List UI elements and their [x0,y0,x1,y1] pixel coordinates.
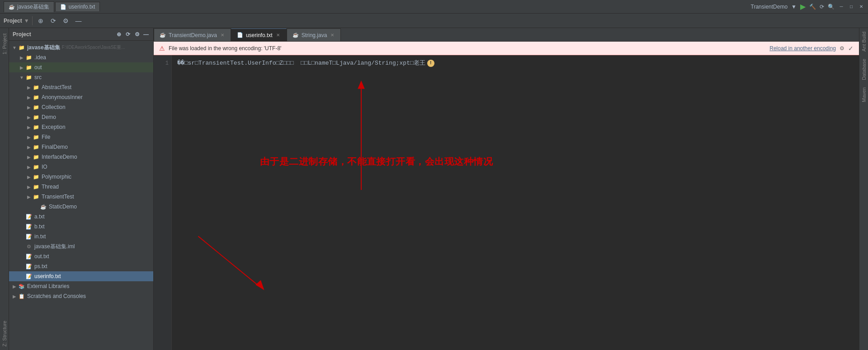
tree-root[interactable]: ▼ 📁 javase基础集 F:\IDEAworkSpace\JavaSE重..… [9,43,153,52]
maven-label[interactable]: Maven [861,85,867,104]
transientdemo-tab-close[interactable]: ✕ [220,32,225,38]
tree-item-userinfotxt[interactable]: ▶ 📝 userinfo.txt [9,271,153,281]
tree-item-scratches[interactable]: ▶ 📋 Scratches and Consoles [9,291,153,301]
tree-item-atxt[interactable]: ▶ 📝 a.txt [9,212,153,222]
demo-label: Demo [42,114,56,120]
polymorphic-arrow: ▶ [25,173,33,180]
tab-userinfo[interactable]: 📄 userinfo.txt ✕ [231,28,287,41]
tree-item-thread[interactable]: ▶ 📁 Thread [9,182,153,192]
right-sidebar: Ant Build Database Maven [859,28,868,350]
tree-item-file[interactable]: ▶ 📁 File [9,132,153,142]
line-numbers: 1 [154,55,172,350]
collection-arrow: ▶ [25,104,33,111]
userinfo-tab-close[interactable]: ✕ [275,32,281,38]
tree-item-src[interactable]: ▼ 📁 src [9,72,153,82]
warning-settings-btn[interactable]: ⚙ [840,45,844,52]
polymorphic-icon: 📁 [33,173,40,180]
project-panel: Project ⊕ ⟳ ⚙ — ▼ 📁 javase基础集 F:\IDEAwor… [9,28,154,350]
tree-item-pstxt[interactable]: ▶ 📝 ps.txt [9,261,153,271]
tree-item-external-libs[interactable]: ▶ 📚 External Libraries [9,281,153,291]
userinfo-tab-icon: 📄 [237,32,243,38]
userinfotxt-icon: 📝 [25,273,33,280]
reload-encoding-link[interactable]: Reload in another encoding [769,45,836,52]
panel-add-btn[interactable]: ⊕ [115,31,123,38]
svg-marker-3 [255,280,264,290]
scratches-icon: 📋 [18,293,25,300]
toolbar-separator-1 [32,16,33,25]
staticdemo-label: StaticDemo [49,203,77,210]
tree-item-iml[interactable]: ▶ ⚙ javase基础集.iml [9,241,153,251]
tree-item-outtxt[interactable]: ▶ 📝 out.txt [9,251,153,261]
out-arrow: ▶ [18,64,25,71]
add-btn[interactable]: ⊕ [35,15,46,26]
tree-item-finaldemo[interactable]: ▶ 📁 FinalDemo [9,142,153,152]
tree-item-abstracttest[interactable]: ▶ 📁 AbstractTest [9,82,153,92]
tree-item-intxt[interactable]: ▶ 📝 in.txt [9,232,153,241]
editor-tabs: ☕ TransientDemo.java ✕ 📄 userinfo.txt ✕ … [154,28,859,42]
tree-item-io[interactable]: ▶ 📁 IO [9,162,153,172]
tree-item-staticdemo[interactable]: ▶ ☕ StaticDemo [9,202,153,212]
idea-label: .idea [34,54,46,61]
root-arrow: ▼ [11,44,18,51]
project-panel-label[interactable]: 1: Project [0,30,9,58]
staticdemo-icon: ☕ [40,203,47,210]
scratches-label: Scratches and Consoles [27,293,86,299]
collection-icon: 📁 [33,104,40,111]
root-folder-icon: 📁 [18,44,25,51]
userinfo-tab-label: userinfo.txt [246,32,273,38]
collapse-btn[interactable]: — [73,15,84,26]
tree-item-btxt[interactable]: ▶ 📝 b.txt [9,222,153,232]
string-tab-icon: ☕ [292,32,299,38]
transientdemo-tab-label: TransientDemo.java [169,32,217,38]
hint-icon[interactable]: ! [427,60,434,67]
abstracttest-icon: 📁 [33,84,40,91]
intxt-label: in.txt [34,233,46,240]
panel-header: Project ⊕ ⟳ ⚙ — [9,28,153,41]
warning-close-btn[interactable]: ✓ [848,45,854,52]
tree-item-demo[interactable]: ▶ 📁 Demo [9,112,153,122]
minimize-btn[interactable]: ─ [838,4,844,10]
title-tab-javase[interactable]: ☕ javase基础集 [4,1,54,12]
tree-item-idea[interactable]: ▶ 📁 .idea [9,52,153,62]
idea-folder-icon: 📁 [25,54,33,61]
demo-arrow: ▶ [25,114,33,121]
outtxt-icon: 📝 [25,253,33,260]
close-btn[interactable]: ✕ [858,4,864,10]
database-label[interactable]: Database [861,57,867,82]
tree-item-collection[interactable]: ▶ 📁 Collection [9,102,153,112]
abstracttest-arrow: ▶ [25,84,33,91]
panel-close-btn[interactable]: — [142,31,150,38]
thread-icon: 📁 [33,183,40,190]
settings-btn[interactable]: ⚙ [61,15,71,26]
dropdown-icon: ▼ [791,4,797,10]
tab-transientdemo[interactable]: ☕ TransientDemo.java ✕ [154,28,231,41]
search-icon[interactable]: 🔍 [828,4,835,10]
project-dropdown-icon[interactable]: ▼ [24,18,29,24]
structure-panel-label[interactable]: Z: Structure [0,317,9,350]
project-label: Project [4,18,22,24]
tab-string[interactable]: ☕ String.java ✕ [287,28,341,41]
build-icon[interactable]: 🔨 [809,4,816,10]
outtxt-label: out.txt [34,253,49,260]
panel-sync-btn[interactable]: ⟳ [124,31,132,38]
svg-marker-1 [358,80,365,89]
demo-icon: 📁 [33,114,40,121]
code-area[interactable]: ��□sr□TransientTest.UserInfo□Z□□□ □□L□na… [172,55,859,350]
tree-item-exception[interactable]: ▶ 📁 Exception [9,122,153,132]
string-tab-close[interactable]: ✕ [330,32,335,38]
warning-banner: ⚠ File was loaded in the wrong encoding:… [154,42,859,55]
title-bar-tabs: ☕ javase基础集 📄 userinfo.txt [4,1,100,12]
ant-build-label[interactable]: Ant Build [861,30,867,53]
panel-settings-btn[interactable]: ⚙ [133,31,141,38]
tree-item-out[interactable]: ▶ 📁 out [9,62,153,72]
title-tab-userinfo[interactable]: 📄 userinfo.txt [55,2,100,11]
run-button[interactable]: ▶ [800,2,806,11]
maximize-btn[interactable]: □ [848,4,854,10]
tree-item-anonymousinner[interactable]: ▶ 📁 AnonymousInner [9,92,153,102]
tree-item-polymorphic[interactable]: ▶ 📁 Polymorphic [9,172,153,182]
tree-item-interfacedemo[interactable]: ▶ 📁 InterfaceDemo [9,152,153,162]
sync-btn[interactable]: ⟳ [48,15,59,26]
sync-icon[interactable]: ⟳ [820,4,824,10]
tree-item-transienttest[interactable]: ▶ 📁 TransientTest [9,192,153,202]
atxt-icon: 📝 [25,213,33,220]
